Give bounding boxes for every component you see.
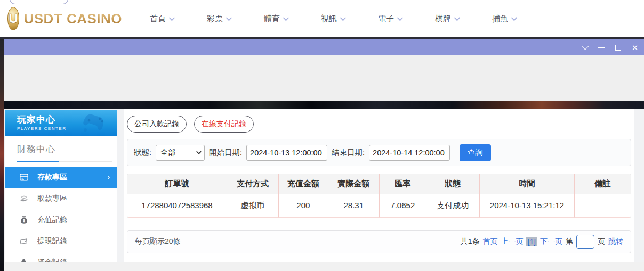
logo-coin-icon: U bbox=[7, 7, 19, 30]
next-page-link[interactable]: 下一页 bbox=[540, 237, 562, 247]
column-header: 備註 bbox=[575, 174, 631, 194]
sidebar-item-recharge-record[interactable]: $ 充值記錄 bbox=[5, 209, 117, 231]
page-size-text: 每頁顯示20條 bbox=[135, 237, 181, 247]
maximize-icon bbox=[615, 45, 621, 51]
nav-item-lottery[interactable]: 彩票 bbox=[207, 14, 230, 24]
nav-item-fishing[interactable]: 捕魚 bbox=[492, 14, 516, 24]
chevron-down-icon bbox=[169, 15, 175, 21]
sidebar-item-deposit[interactable]: 存款專區 › bbox=[5, 167, 117, 188]
background-photo-strip bbox=[0, 37, 4, 271]
status-select-value: 全部 bbox=[160, 148, 175, 158]
search-button[interactable]: 查詢 bbox=[460, 144, 491, 161]
cell-exchange-rate: 7.0652 bbox=[380, 194, 426, 218]
nav-item-label: 視訊 bbox=[321, 14, 337, 24]
section-title: 財務中心 bbox=[17, 143, 117, 155]
cell-remark bbox=[575, 194, 631, 218]
column-header: 狀態 bbox=[426, 174, 480, 194]
funds-bag-icon bbox=[19, 258, 29, 262]
sidebar-item-label: 存款專區 bbox=[37, 173, 99, 182]
collapse-chevron-icon bbox=[582, 43, 589, 50]
chevron-down-icon bbox=[511, 15, 517, 21]
nav-item-slots[interactable]: 電子 bbox=[378, 14, 401, 24]
chevron-down-icon bbox=[196, 149, 202, 154]
recharge-bag-icon: $ bbox=[19, 215, 29, 225]
logo[interactable]: U USDT CASINO bbox=[7, 7, 122, 30]
nav-item-label: 體育 bbox=[264, 14, 280, 24]
deposit-card-icon bbox=[19, 173, 29, 182]
nav-item-label: 捕魚 bbox=[492, 14, 508, 24]
chevron-down-icon bbox=[226, 15, 232, 21]
gamepad-icon bbox=[82, 113, 110, 132]
sidebar-item-withdraw[interactable]: 取款專區 bbox=[5, 188, 117, 209]
chevron-down-icon bbox=[283, 15, 289, 21]
status-select[interactable]: 全部 bbox=[156, 145, 205, 161]
sidebar-section: 財務中心 bbox=[5, 136, 117, 162]
nav-item-live[interactable]: 視訊 bbox=[321, 14, 344, 24]
pagination-bar: 每頁顯示20條 共1条 首页 上一页 [1] 下一页 第 页 跳转 bbox=[127, 230, 631, 253]
withdraw-wallet-icon bbox=[19, 236, 29, 246]
start-date-input[interactable] bbox=[246, 145, 327, 161]
column-header: 時間 bbox=[480, 174, 575, 194]
nav-item-label: 棋牌 bbox=[435, 14, 451, 24]
filter-bar: 狀態: 全部 開始日期: 結束日期: 查詢 bbox=[127, 139, 631, 166]
sidebar-item-label: 資金記錄 bbox=[37, 258, 110, 262]
cell-time: 2024-10-13 15:21:12 bbox=[480, 194, 575, 218]
prev-page-link[interactable]: 上一页 bbox=[501, 237, 523, 247]
window-close-button[interactable]: ✕ bbox=[627, 39, 643, 55]
banner-image-strip bbox=[4, 101, 644, 109]
cell-recharge-amount: 200 bbox=[279, 194, 328, 218]
pager: 共1条 首页 上一页 [1] 下一页 第 页 跳转 bbox=[461, 235, 623, 249]
sidebar-header: 玩家中心 PLAYERS CENTER bbox=[5, 110, 117, 136]
jump-prefix-label: 第 bbox=[566, 237, 573, 247]
nav-item-label: 電子 bbox=[378, 14, 394, 24]
top-navigation: U USDT CASINO 首頁 彩票 體育 視訊 電子 棋牌 捕魚 bbox=[0, 0, 644, 37]
record-tabs: 公司入款記錄 在線支付記錄 bbox=[127, 116, 631, 133]
column-header: 支付方式 bbox=[227, 174, 279, 194]
nav-item-home[interactable]: 首頁 bbox=[150, 14, 173, 24]
window-maximize-button[interactable] bbox=[610, 39, 626, 55]
logo-wordmark: USDT CASINO bbox=[23, 11, 122, 27]
nav-item-label: 首頁 bbox=[150, 14, 166, 24]
jump-suffix-label: 页 bbox=[598, 237, 605, 247]
chevron-right-icon: › bbox=[108, 174, 110, 181]
column-header: 訂單號 bbox=[127, 174, 227, 194]
sidebar-menu: 存款專區 › 取款專區 $ 充值記錄 提現記錄 資金記錄 bbox=[5, 167, 117, 262]
window-minimize-button[interactable] bbox=[593, 39, 609, 55]
chevron-down-icon bbox=[340, 15, 346, 21]
cell-actual-amount: 28.31 bbox=[328, 194, 380, 218]
jump-button[interactable]: 跳转 bbox=[608, 237, 623, 247]
minimize-icon bbox=[598, 47, 605, 48]
end-date-input[interactable] bbox=[369, 145, 450, 161]
window-titlebar: ✕ bbox=[4, 39, 644, 55]
sidebar-item-funds-record[interactable]: 資金記錄 bbox=[5, 252, 117, 262]
window-collapse-button[interactable] bbox=[576, 39, 592, 55]
cell-order-number: 1728804072583968 bbox=[127, 194, 227, 218]
start-date-label: 開始日期: bbox=[209, 147, 242, 158]
column-header: 實際金額 bbox=[328, 174, 380, 194]
sidebar-item-label: 取款專區 bbox=[37, 194, 110, 203]
total-count-text: 共1条 bbox=[461, 237, 480, 247]
table-header-row: 訂單號 支付方式 充值金額 實際金額 匯率 狀態 時間 備註 bbox=[127, 174, 631, 194]
nav-item-sports[interactable]: 體育 bbox=[264, 14, 287, 24]
chevron-down-icon bbox=[397, 15, 403, 21]
chevron-down-icon bbox=[454, 15, 460, 21]
content-panel: 公司入款記錄 在線支付記錄 狀態: 全部 開始日期: 結束日期: 查詢 訂單號 … bbox=[124, 109, 634, 262]
sidebar-item-label: 充值記錄 bbox=[37, 215, 110, 225]
records-table: 訂單號 支付方式 充值金額 實際金額 匯率 狀態 時間 備註 172880407… bbox=[127, 174, 631, 218]
nav-item-label: 彩票 bbox=[207, 14, 223, 24]
svg-text:$: $ bbox=[23, 218, 25, 223]
tab-online-payment-record[interactable]: 在線支付記錄 bbox=[194, 116, 254, 133]
logo-monogram: U bbox=[9, 11, 18, 26]
nav-item-cards[interactable]: 棋牌 bbox=[435, 14, 458, 24]
sidebar-item-withdrawal-record[interactable]: 提現記錄 bbox=[5, 231, 117, 252]
section-underline bbox=[17, 161, 112, 162]
cell-payment-method: 虚拟币 bbox=[227, 194, 279, 218]
current-page-indicator: [1] bbox=[526, 237, 537, 246]
column-header: 充值金額 bbox=[279, 174, 328, 194]
column-header: 匯率 bbox=[380, 174, 426, 194]
first-page-link[interactable]: 首页 bbox=[482, 237, 497, 247]
nav-menu: 首頁 彩票 體育 視訊 電子 棋牌 捕魚 bbox=[150, 14, 516, 24]
tab-company-deposit-record[interactable]: 公司入款記錄 bbox=[127, 116, 187, 133]
status-label: 狀態: bbox=[134, 147, 151, 158]
page-jump-input[interactable] bbox=[576, 235, 594, 249]
